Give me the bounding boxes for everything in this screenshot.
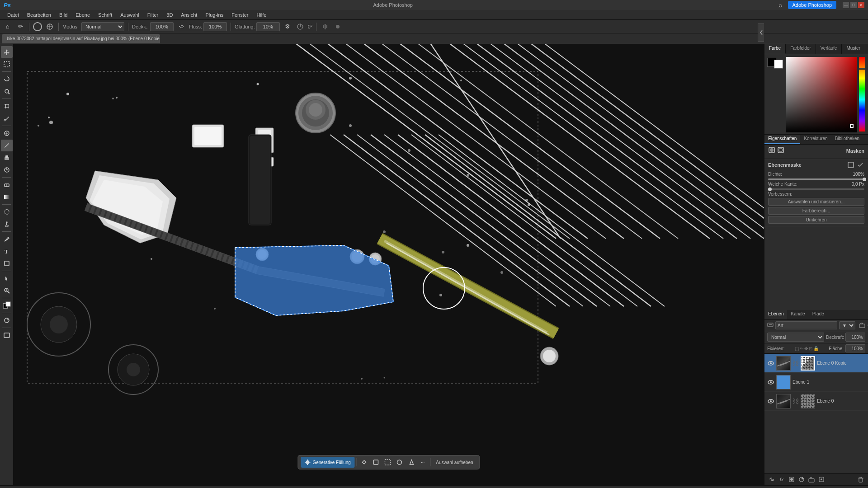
lasso-tool[interactable] xyxy=(1,73,13,85)
menu-3d[interactable]: 3D xyxy=(163,11,176,19)
menu-hilfe[interactable]: Hilfe xyxy=(253,11,270,19)
ebenenmaske-icon-2[interactable] xyxy=(856,161,864,169)
layers-icon-new-group[interactable] xyxy=(859,321,865,329)
layer-fx-btn[interactable]: fx xyxy=(777,475,786,484)
color-tab-farbfelder[interactable]: Farbfelder xyxy=(786,44,816,54)
pen-tool[interactable] xyxy=(1,233,13,245)
menu-bild[interactable]: Bild xyxy=(56,11,71,19)
menu-schrift[interactable]: Schrift xyxy=(94,11,116,19)
layer-item-0[interactable]: ⛓ Ebene 0 xyxy=(764,392,868,411)
blur-tool[interactable] xyxy=(1,206,13,218)
selection-tool[interactable] xyxy=(1,58,13,70)
layer-item-0-kopie[interactable]: ⛓ Ebene 0 Kopie xyxy=(764,354,868,373)
menu-ebene[interactable]: Ebene xyxy=(72,11,94,19)
menu-ansicht[interactable]: Ansicht xyxy=(177,11,201,19)
move-tool[interactable] xyxy=(1,46,13,58)
panel-collapse-btn[interactable] xyxy=(758,23,764,42)
generative-fill-btn[interactable]: Generative Füllung xyxy=(301,457,354,468)
menu-fenster[interactable]: Fenster xyxy=(228,11,252,19)
crop-tool[interactable] xyxy=(1,100,13,112)
selection-tool-5[interactable] xyxy=(406,457,416,468)
more-options-btn[interactable]: ··· xyxy=(417,457,428,468)
lock-all[interactable]: 🔒 xyxy=(813,346,819,351)
layer-mask-btn[interactable] xyxy=(787,475,796,484)
tool-option-1[interactable] xyxy=(33,22,42,31)
selection-tool-1[interactable] xyxy=(359,457,369,468)
properties-tab-korrekturen[interactable]: Korrekturen xyxy=(800,135,831,144)
airbrush-btn[interactable] xyxy=(176,22,186,32)
home-btn[interactable]: ⌂ xyxy=(3,22,13,32)
properties-tab-bibliotheken[interactable]: Bibliotheken xyxy=(831,135,863,144)
farbbereiche-btn[interactable]: Farbbereich... xyxy=(768,207,864,215)
selection-tool-3[interactable] xyxy=(382,457,393,468)
share-button[interactable]: Adobe Photoshop xyxy=(788,1,836,9)
layer-0-visibility[interactable] xyxy=(767,398,774,405)
canvas-area[interactable]: Generative Füllung ··· Auswahl aufheben xyxy=(14,44,764,485)
layer-0-kopie-visibility[interactable] xyxy=(767,360,774,367)
fluss-input[interactable] xyxy=(203,22,227,31)
maximize-button[interactable]: □ xyxy=(850,2,857,8)
opacity-input[interactable] xyxy=(845,333,865,342)
color-tab-farbe[interactable]: Farbe xyxy=(764,44,786,54)
hand-tool[interactable] xyxy=(1,272,13,284)
background-color-swatch[interactable] xyxy=(774,60,783,69)
healing-brush-tool[interactable] xyxy=(1,127,13,139)
eyedropper-tool[interactable] xyxy=(1,113,13,124)
layer-link-btn[interactable] xyxy=(767,475,776,484)
dodge-tool[interactable] xyxy=(1,218,13,230)
fill-input[interactable] xyxy=(845,344,865,352)
screen-mode-btn[interactable] xyxy=(1,329,13,341)
text-tool[interactable]: T xyxy=(1,245,13,257)
symmetry-btn[interactable] xyxy=(320,22,330,32)
history-brush-tool[interactable] xyxy=(1,164,13,176)
modus-select[interactable]: Normal Multiplizieren Abwedeln xyxy=(81,22,124,31)
zoom-tool[interactable] xyxy=(1,285,13,296)
layer-delete-btn[interactable] xyxy=(856,475,865,484)
layer-1-visibility[interactable] xyxy=(767,379,774,386)
layer-item-1[interactable]: Ebene 1 xyxy=(764,373,868,392)
selection-tool-2[interactable] xyxy=(370,457,381,468)
eraser-tool[interactable] xyxy=(1,179,13,191)
document-tab[interactable]: bike-3073082 nattapol deejitwasin auf Pi… xyxy=(2,34,160,43)
gradient-tool[interactable] xyxy=(1,191,13,203)
pressure-btn[interactable] xyxy=(333,22,343,32)
hue-bar[interactable] xyxy=(859,57,865,131)
glattung-settings[interactable]: ⚙ xyxy=(283,22,292,32)
layers-kind-select[interactable]: ▼ xyxy=(839,321,855,329)
menu-datei[interactable]: Datei xyxy=(4,11,23,19)
layer-group-btn[interactable] xyxy=(807,475,816,484)
lock-pixels[interactable]: ✏ xyxy=(800,346,803,351)
quick-mask-btn[interactable] xyxy=(1,314,13,326)
brush-tool-btn[interactable]: ✏ xyxy=(15,22,25,32)
menu-bearbeiten[interactable]: Bearbeiten xyxy=(24,11,55,19)
tool-option-2[interactable] xyxy=(45,22,55,32)
layers-tab-kanaele[interactable]: Kanäle xyxy=(787,310,808,319)
properties-tab-eigenschaften[interactable]: Eigenschaften xyxy=(764,135,800,144)
deckkraft-input[interactable] xyxy=(150,22,174,31)
color-tab-muster[interactable]: Muster xyxy=(842,44,865,54)
brush-tool[interactable] xyxy=(1,140,13,151)
shape-tool[interactable] xyxy=(1,258,13,269)
foreground-bg-swap[interactable] xyxy=(1,300,13,311)
layer-mode-select[interactable]: Normal Multiplizieren Abdunkeln xyxy=(767,333,824,342)
lock-artboard[interactable]: ⊡ xyxy=(809,346,812,351)
menu-filter[interactable]: Filter xyxy=(144,11,162,19)
angle-btn[interactable] xyxy=(295,22,305,32)
layer-adjustment-btn[interactable] xyxy=(797,475,806,484)
minimize-button[interactable]: — xyxy=(843,2,849,8)
layers-tab-pfade[interactable]: Pfade xyxy=(809,310,828,319)
layers-search-input[interactable] xyxy=(775,321,837,329)
color-picker-area[interactable] xyxy=(764,54,868,134)
ebenenmaske-icon-1[interactable] xyxy=(847,161,855,169)
color-tab-verlaeufe[interactable]: Verläufe xyxy=(816,44,842,54)
selection-tool-4[interactable] xyxy=(394,457,405,468)
layers-tab-ebenen[interactable]: Ebenen xyxy=(764,310,787,319)
lock-position[interactable]: ✥ xyxy=(804,346,808,351)
deselect-btn[interactable]: Auswahl aufheben xyxy=(432,457,476,468)
glattung-input[interactable] xyxy=(256,22,280,31)
auswahlen-maskieren-btn[interactable]: Auswählen und maskieren... xyxy=(768,198,864,206)
stamp-tool[interactable] xyxy=(1,152,13,164)
quick-select-tool[interactable] xyxy=(1,85,13,97)
umkehren-btn[interactable]: Umkehren xyxy=(768,216,864,224)
close-button[interactable]: × xyxy=(858,2,864,8)
